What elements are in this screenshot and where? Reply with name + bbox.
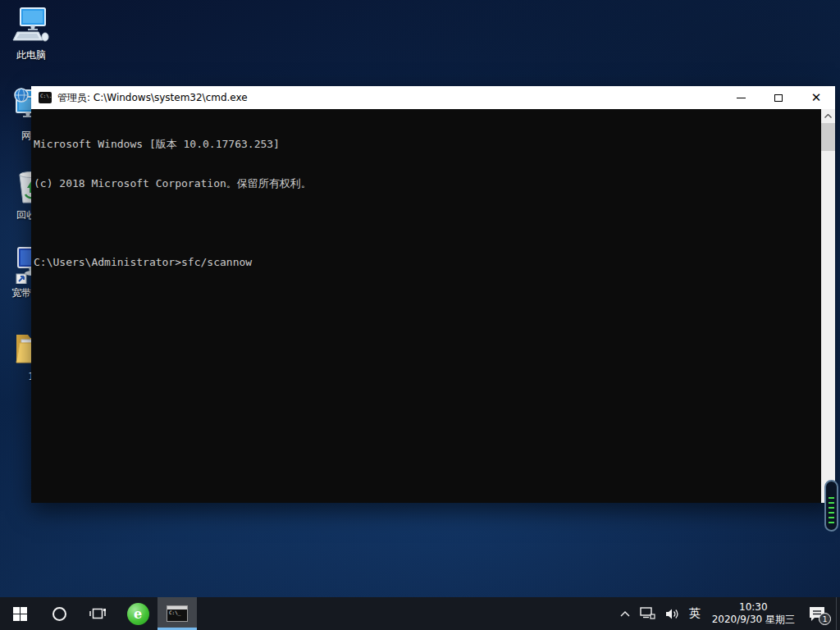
ethernet-network-icon xyxy=(640,607,655,620)
taskbar: e C:\_ 英 10:30 2020/9/3 xyxy=(0,597,840,630)
browser-icon: e xyxy=(127,603,149,625)
cmd-titlebar[interactable]: C:\. 管理员: C:\Windows\system32\cmd.exe ✕ xyxy=(31,86,835,109)
close-icon: ✕ xyxy=(811,92,822,104)
search-icon xyxy=(52,607,66,621)
desktop-icon-label: 此电脑 xyxy=(16,49,46,61)
chevron-up-icon xyxy=(620,611,630,617)
console-output[interactable]: Microsoft Windows [版本 10.0.17763.253] (c… xyxy=(31,109,821,503)
clock-date: 2020/9/30 星期三 xyxy=(712,614,795,626)
console-line: C:\Users\Administrator>sfc/scannow xyxy=(34,256,821,269)
scrollbar-thumb[interactable] xyxy=(821,123,835,151)
ime-indicator[interactable]: 英 xyxy=(684,597,705,630)
clock-time: 10:30 xyxy=(712,601,795,614)
clock[interactable]: 10:30 2020/9/30 星期三 xyxy=(705,601,801,626)
speaker-icon xyxy=(665,608,679,620)
start-button[interactable] xyxy=(0,597,39,630)
cmd-icon: C:\_ xyxy=(167,605,188,622)
maximize-button[interactable] xyxy=(760,86,797,109)
volume-tray-button[interactable] xyxy=(660,597,684,630)
speed-gadget[interactable] xyxy=(824,480,838,532)
console-scrollbar[interactable] xyxy=(821,109,835,503)
close-button[interactable]: ✕ xyxy=(797,86,835,109)
console-line: Microsoft Windows [版本 10.0.17763.253] xyxy=(34,138,821,151)
this-pc-icon xyxy=(11,7,51,46)
scroll-up-button[interactable] xyxy=(821,109,835,123)
system-tray: 英 10:30 2020/9/30 星期三 1 xyxy=(615,597,840,630)
action-center-button[interactable]: 1 xyxy=(801,597,836,630)
maximize-icon xyxy=(774,94,783,102)
browser-button[interactable]: e xyxy=(118,597,158,630)
console-line: (c) 2018 Microsoft Corporation。保留所有权利。 xyxy=(34,177,821,190)
notification-badge: 1 xyxy=(819,613,831,625)
cmd-title-icon: C:\. xyxy=(39,92,52,103)
cmd-taskbar-button[interactable]: C:\_ xyxy=(158,597,197,630)
task-view-button[interactable] xyxy=(79,597,118,630)
tray-expand-button[interactable] xyxy=(615,597,635,630)
minimize-button[interactable] xyxy=(722,86,760,109)
show-desktop-button[interactable] xyxy=(836,597,840,630)
network-tray-button[interactable] xyxy=(635,597,660,630)
speed-gadget-bars xyxy=(829,497,834,527)
search-button[interactable] xyxy=(39,597,79,630)
window-title: 管理员: C:\Windows\system32\cmd.exe xyxy=(57,91,248,105)
desktop-icon-this-pc[interactable]: 此电脑 xyxy=(0,7,62,61)
windows-logo-icon xyxy=(13,607,27,621)
chevron-up-icon xyxy=(824,114,832,118)
cmd-window: C:\. 管理员: C:\Windows\system32\cmd.exe ✕ … xyxy=(31,86,835,503)
task-view-icon xyxy=(89,606,107,621)
minimize-icon xyxy=(737,98,746,98)
console-line xyxy=(34,217,821,230)
